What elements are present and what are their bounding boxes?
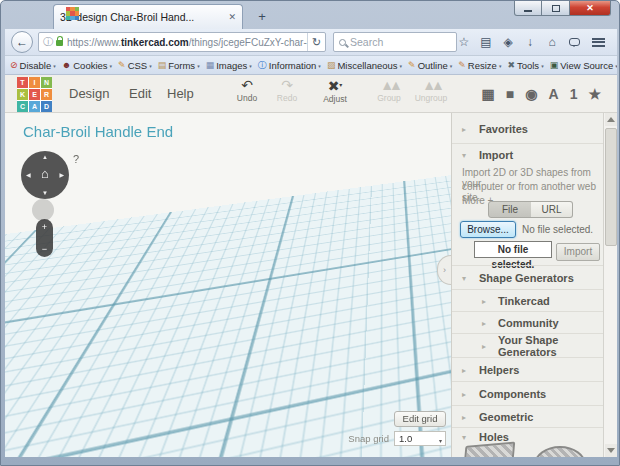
zoom-out-button[interactable]: −	[36, 244, 53, 254]
dropdown-caret-icon: ▾	[318, 63, 321, 69]
devbar-item-disable[interactable]: ⊘Disable▾	[10, 60, 56, 71]
browser-tab[interactable]: 3D design Char-Broil Hand... ✕	[53, 4, 243, 29]
scroll-down-button[interactable]	[605, 444, 617, 457]
import-button[interactable]: Import	[556, 243, 600, 261]
import-tab-file[interactable]: File	[488, 201, 532, 218]
devbar-label: Forms	[168, 60, 195, 71]
edit-grid-button[interactable]: Edit grid	[394, 411, 446, 427]
rotate-down-icon[interactable]: ▼	[21, 190, 69, 196]
adjust-caret-icon: ▾	[339, 82, 342, 88]
close-button[interactable]: ✕	[569, 1, 611, 16]
chat-icon[interactable]	[569, 38, 580, 46]
tab-close-icon[interactable]: ✕	[228, 12, 236, 22]
minimize-button[interactable]	[514, 1, 542, 16]
dropdown-caret-icon: ▾	[400, 63, 403, 69]
reload-button[interactable]: ↻	[307, 33, 325, 51]
zoom-control[interactable]: + −	[36, 219, 53, 257]
hole-cylinder-shape[interactable]	[534, 446, 586, 457]
bookmarks-menu-icon[interactable]: ▤	[475, 35, 497, 49]
design-canvas[interactable]: Char-Broil Handle End ⌂ ▲ ▼ ◀ ▶ ? + − Ed…	[5, 113, 451, 457]
url-bar[interactable]: ⓘ https://www.tinkercad.com/things/jcege…	[38, 32, 326, 52]
tinkercad-item-label: Tinkercad	[498, 295, 550, 307]
group-button[interactable]: ▲▲ Group	[367, 78, 411, 103]
devbar-label: Resize	[468, 60, 497, 71]
back-button[interactable]: ←	[11, 31, 33, 53]
redo-button[interactable]: ↷ Redo	[265, 78, 309, 103]
resize-icon: ✎	[458, 61, 466, 70]
undo-button[interactable]: ↶ Undo	[225, 78, 269, 103]
sidebar-item-your-shape-generators[interactable]: ▸ Your Shape Generators	[452, 333, 603, 357]
design-title[interactable]: Char-Broil Handle End	[23, 123, 173, 140]
web-developer-toolbar: ⊘Disable▾ ☻Cookies▾ ✎CSS▾ ▤Forms▾ ▦Image…	[5, 56, 617, 75]
number-tool-icon[interactable]: 1	[570, 86, 578, 102]
sidebar-section-helpers[interactable]: ▸ Helpers	[452, 357, 603, 381]
browse-button[interactable]: Browse...	[460, 221, 516, 238]
downloads-icon[interactable]: ↓	[519, 35, 541, 49]
devbar-item-forms[interactable]: ▤Forms▾	[158, 60, 200, 71]
home-icon[interactable]: ⌂	[541, 35, 563, 49]
ungroup-icon: ▲▲	[409, 78, 453, 93]
sidebar-section-geometric[interactable]: ▸ Geometric	[452, 405, 603, 427]
orbit-help-icon[interactable]: ?	[73, 153, 79, 165]
no-file-selected-text: No file selected.	[522, 224, 593, 235]
devbar-item-images[interactable]: ▦Images▾	[206, 60, 252, 71]
ungroup-button[interactable]: ▲▲ Ungroup	[409, 78, 453, 103]
menu-help[interactable]: Help	[163, 75, 198, 113]
devbar-item-information[interactable]: ⓘInformation▾	[258, 60, 321, 71]
text-tool-icon[interactable]: A	[549, 86, 559, 102]
workplane-grid[interactable]	[5, 113, 451, 457]
menu-icon[interactable]	[592, 38, 605, 47]
site-identity-icon[interactable]: ⓘ	[43, 35, 53, 49]
devbar-item-miscellaneous[interactable]: ▨Miscellaneous▾	[327, 60, 402, 71]
sidebar-section-import[interactable]: ▾ Import	[452, 143, 603, 165]
devbar-item-css[interactable]: ✎CSS▾	[118, 60, 152, 71]
favorites-star-icon[interactable]: ★	[588, 86, 601, 102]
search-input[interactable]	[350, 36, 430, 48]
adjust-button[interactable]: ✖▾ Adjust	[313, 78, 357, 104]
zoom-in-button[interactable]: +	[36, 222, 53, 232]
community-item-label: Community	[498, 317, 559, 329]
scroll-up-button[interactable]	[605, 113, 617, 126]
devbar-item-resize[interactable]: ✎Resize▾	[458, 60, 501, 71]
tinkercad-favicon-icon	[66, 7, 79, 20]
devbar-item-tools[interactable]: ✖Tools▾	[507, 60, 543, 71]
view-orbit-control[interactable]: ⌂ ▲ ▼ ◀ ▶	[21, 151, 69, 199]
sidebar-scrollbar[interactable]	[603, 113, 617, 457]
chevron-right-icon: ▸	[482, 341, 486, 350]
dropdown-caret-icon: ▾	[197, 63, 200, 69]
sidebar-section-favorites[interactable]: ▸ Favorites	[452, 115, 603, 143]
tinkercad-logo[interactable]: TINKERCAD	[17, 77, 52, 112]
logo-tile-C: C	[17, 101, 28, 112]
rotate-left-icon[interactable]: ◀	[26, 171, 31, 178]
chevron-right-icon: ▸	[482, 296, 486, 305]
file-selected-box[interactable]: No file selected.	[474, 241, 552, 258]
devbar-item-cookies[interactable]: ☻Cookies▾	[62, 60, 112, 71]
rotate-right-icon[interactable]: ▶	[59, 171, 64, 178]
new-tab-button[interactable]: +	[249, 8, 275, 26]
rotate-up-icon[interactable]: ▲	[21, 154, 69, 160]
sidebar-section-components[interactable]: ▸ Components	[452, 381, 603, 405]
sidebar-item-community[interactable]: ▸ Community	[452, 311, 603, 333]
search-box[interactable]	[333, 32, 457, 52]
bookmark-star-icon[interactable]: ☆	[453, 35, 475, 49]
solid-box-icon[interactable]: ■	[506, 86, 514, 102]
sidebar-section-holes[interactable]: ▾ Holes	[452, 427, 603, 445]
snap-grid-select[interactable]: 1.0 ▾	[394, 431, 446, 446]
maximize-button[interactable]	[542, 1, 569, 16]
devbar-item-view-source[interactable]: ▣View Source▾	[550, 60, 617, 71]
tab-title: 3D design Char-Broil Hand...	[60, 11, 223, 23]
import-tab-url[interactable]: URL	[531, 201, 573, 218]
chevron-down-icon: ▾	[462, 273, 466, 282]
workplane-icon[interactable]: ▦	[482, 86, 495, 102]
menu-design[interactable]: Design	[65, 75, 113, 113]
sidebar-section-shape-generators[interactable]: ▾ Shape Generators	[452, 265, 603, 289]
menu-edit[interactable]: Edit	[125, 75, 155, 113]
tinkercad-header: TINKERCAD Design Edit Help ↶ Undo ↷ Redo…	[5, 75, 617, 113]
devbar-label: Images	[216, 60, 247, 71]
scrollbar-thumb[interactable]	[605, 128, 617, 246]
redo-label: Redo	[265, 93, 309, 103]
wireframe-sphere-icon[interactable]: ◉	[525, 86, 537, 102]
devbar-item-outline[interactable]: ✎Outline▾	[408, 60, 452, 71]
pocket-icon[interactable]: ◈	[497, 35, 519, 49]
sidebar-item-tinkercad[interactable]: ▸ Tinkercad	[452, 289, 603, 311]
